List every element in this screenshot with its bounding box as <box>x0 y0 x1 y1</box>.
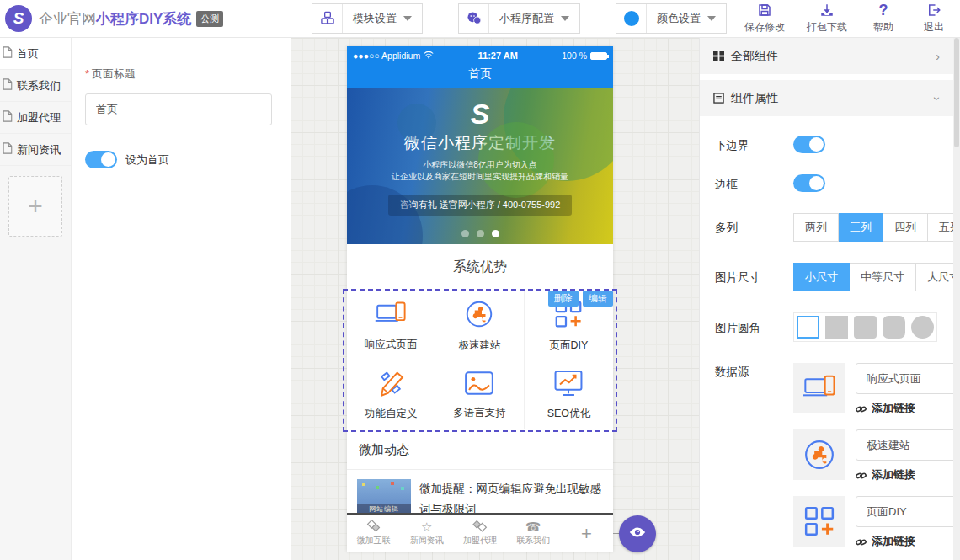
datasource-title-input[interactable] <box>856 429 953 461</box>
puzzle-icon <box>464 299 494 333</box>
header-actions: 保存修改 打包下载 ? 帮助 退出 <box>744 3 960 35</box>
advantage-cell-fast-build[interactable]: 极速建站 <box>435 291 524 360</box>
tab-news[interactable]: ☆ 新闻资讯 <box>400 515 453 552</box>
radius-option-2[interactable] <box>854 316 877 339</box>
phone-statusbar: ●●●○○ Applidium 11:27 AM 100 % <box>347 46 613 65</box>
page-item-contact[interactable]: 联系我们 <box>0 70 71 102</box>
image-size-medium[interactable]: 中等尺寸 <box>850 263 916 291</box>
set-home-toggle[interactable] <box>85 151 117 168</box>
banner-subline: 小程序以微信8亿用户为切入点 让企业以及商家在短时间里实现提升品牌和销量 <box>347 159 613 183</box>
all-components-header[interactable]: 全部组件 › <box>700 38 953 74</box>
required-mark: * <box>85 67 89 80</box>
columns-option-4[interactable]: 四列 <box>883 213 928 242</box>
prop-image-size: 图片尺寸 小尺寸 中等尺寸 大尺寸 <box>715 263 938 291</box>
tab-weijia[interactable]: 微加互联 <box>347 515 400 552</box>
carrier-text: ●●●○○ Applidium <box>353 51 420 61</box>
exit-label: 退出 <box>924 20 944 35</box>
columns-segment: 两列 三列 四列 五列 <box>793 213 953 242</box>
add-link-button[interactable]: 添加链接 <box>856 467 953 483</box>
download-button[interactable]: 打包下载 <box>807 3 847 35</box>
brand-logo-icon: S <box>5 5 32 32</box>
datasource-item-page-diy: 添加链接 <box>793 496 953 549</box>
carousel-dot[interactable] <box>477 230 484 237</box>
datasource-title-input[interactable] <box>856 496 953 527</box>
component-properties-panel: 全部组件 › 组件属性 › 下边界 边框 多列 <box>699 38 953 560</box>
advantage-cell-responsive[interactable]: 响应式页面 <box>347 291 435 360</box>
page-item-home[interactable]: 首页 <box>0 38 71 70</box>
miniprogram-config-menu[interactable]: 小程序配置 <box>458 3 580 34</box>
radius-option-1[interactable] <box>825 316 848 339</box>
vertical-scrollbar[interactable] <box>953 38 960 560</box>
caret-down-icon <box>707 16 716 21</box>
datasource-title-input[interactable] <box>856 363 953 394</box>
component-props-header[interactable]: 组件属性 › <box>700 80 953 116</box>
image-size-small-selected[interactable]: 小尺寸 <box>793 263 850 291</box>
image-size-large[interactable]: 大尺寸 <box>916 263 953 291</box>
advantage-cell-multilang[interactable]: 多语言支持 <box>435 360 524 429</box>
page-title-input[interactable] <box>85 93 272 125</box>
carousel-dot[interactable] <box>461 230 469 237</box>
component-props-label: 组件属性 <box>731 91 778 106</box>
tab-add-component[interactable]: + <box>560 515 613 552</box>
module-settings-menu[interactable]: 模块设置 <box>312 3 423 34</box>
advantage-cell-seo[interactable]: SEO优化 <box>525 360 613 429</box>
exit-icon <box>926 3 941 18</box>
columns-option-5[interactable]: 五列 <box>928 213 953 242</box>
delete-component-button[interactable]: 删除 <box>548 291 579 307</box>
add-page-button[interactable]: + <box>8 176 62 237</box>
image-icon <box>463 370 495 400</box>
document-icon <box>2 46 13 61</box>
scrollbar-thumb[interactable] <box>954 38 959 147</box>
app-root: S 企业官网小程序DIY系统 公测 模块设置 <box>0 0 960 560</box>
edit-component-button[interactable]: 编辑 <box>583 291 613 307</box>
wechat-icon <box>459 4 489 33</box>
list-icon <box>713 93 724 104</box>
radius-option-3[interactable] <box>883 316 905 339</box>
datasource-item-fast-build: 添加链接 <box>793 429 953 483</box>
responsive-icon <box>793 363 845 413</box>
add-link-button[interactable]: 添加链接 <box>856 534 953 549</box>
page-item-agency[interactable]: 加盟代理 <box>0 102 71 134</box>
page-item-label: 加盟代理 <box>17 110 61 125</box>
document-icon <box>2 110 13 125</box>
carousel-dot-active[interactable] <box>492 230 499 237</box>
help-label: 帮助 <box>873 20 893 35</box>
carousel-dots <box>347 230 613 237</box>
chevron-right-icon: › <box>936 50 940 63</box>
page-list-sidebar: 首页 联系我们 加盟代理 新闻资讯 + <box>0 38 72 560</box>
columns-option-2[interactable]: 两列 <box>793 213 839 242</box>
columns-option-3-selected[interactable]: 三列 <box>839 213 883 242</box>
battery-text: 100 % <box>562 51 587 61</box>
advantage-cell-custom[interactable]: 功能自定义 <box>347 360 435 429</box>
help-button[interactable]: ? 帮助 <box>869 3 898 35</box>
pencil-icon <box>375 369 407 401</box>
advantages-grid: 响应式页面 极速建站 <box>347 291 613 429</box>
document-icon <box>2 78 13 93</box>
image-size-label: 图片尺寸 <box>715 269 793 285</box>
color-settings-menu[interactable]: 颜色设置 <box>616 3 727 34</box>
top-header: S 企业官网小程序DIY系统 公测 模块设置 <box>0 0 960 38</box>
page-item-news[interactable]: 新闻资讯 <box>0 134 71 166</box>
star-icon: ☆ <box>421 520 432 534</box>
phone-tabbar: 微加互联 ☆ 新闻资讯 加盟代理 ☎ <box>347 513 613 552</box>
image-radius-label: 图片圆角 <box>715 319 793 336</box>
tab-agency[interactable]: 加盟代理 <box>453 515 506 552</box>
page-title-label: *页面标题 <box>85 67 277 82</box>
border-toggle[interactable] <box>793 174 825 192</box>
exit-button[interactable]: 退出 <box>920 3 948 35</box>
seo-chart-icon <box>552 369 584 401</box>
image-size-segment: 小尺寸 中等尺寸 大尺寸 <box>793 263 953 291</box>
phone-icon: ☎ <box>525 520 541 534</box>
tab-contact[interactable]: ☎ 联系我们 <box>507 515 560 552</box>
add-link-button[interactable]: 添加链接 <box>856 401 953 416</box>
header-menus: 模块设置 小程序配置 颜色设置 <box>312 3 727 34</box>
preview-button[interactable] <box>619 515 656 552</box>
save-button[interactable]: 保存修改 <box>744 3 785 35</box>
wifi-icon <box>424 51 434 61</box>
bottom-border-toggle[interactable] <box>793 136 825 153</box>
save-label: 保存修改 <box>744 20 785 35</box>
radius-option-4[interactable] <box>911 316 934 339</box>
banner-slide[interactable]: S 微信小程序定制开发 小程序以微信8亿用户为切入点 让企业以及商家在短时间里实… <box>347 88 613 244</box>
bottom-border-label: 下边界 <box>715 136 793 153</box>
radius-option-0-selected[interactable] <box>797 316 819 339</box>
